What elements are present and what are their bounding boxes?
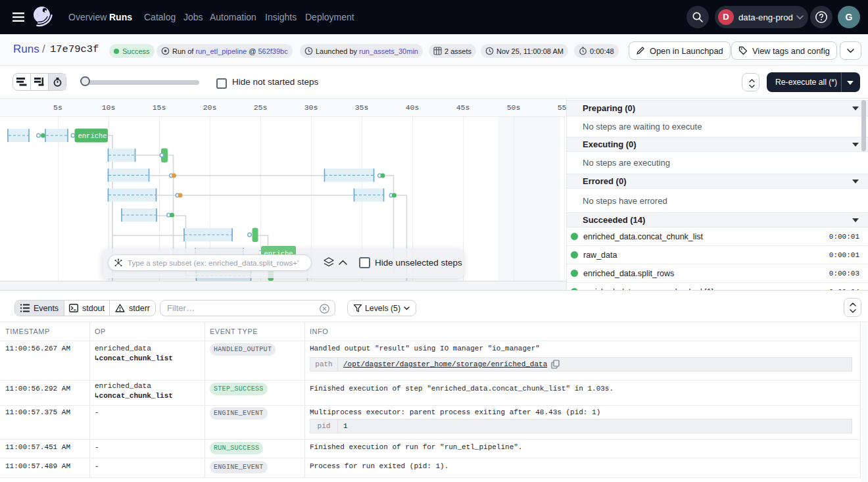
svg-text:15s: 15s xyxy=(153,103,166,112)
svg-text:40s: 40s xyxy=(406,103,420,112)
svg-text:55s: 55s xyxy=(558,103,566,112)
svg-text:5s: 5s xyxy=(53,103,62,112)
svg-text:30s: 30s xyxy=(304,103,318,112)
svg-text:35s: 35s xyxy=(355,103,369,112)
svg-text:25s: 25s xyxy=(254,103,268,112)
svg-text:45s: 45s xyxy=(456,103,470,112)
svg-text:10s: 10s xyxy=(102,103,116,112)
svg-text:20s: 20s xyxy=(203,103,217,112)
svg-text:50s: 50s xyxy=(507,103,521,112)
svg-text:enriche.: enriche. xyxy=(78,132,111,140)
